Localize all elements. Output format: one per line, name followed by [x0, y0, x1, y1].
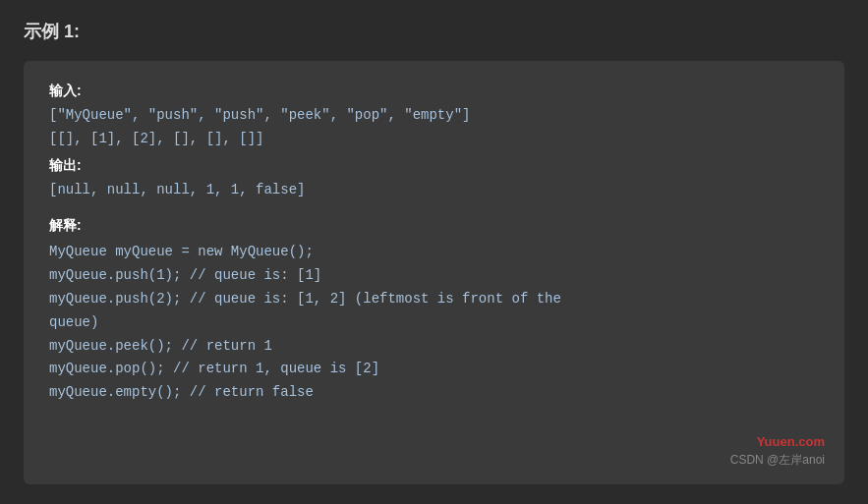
input-line1: ["MyQueue", "push", "push", "peek", "pop… — [49, 104, 819, 128]
watermark: Yuuen.com — [757, 434, 825, 449]
page-title: 示例 1: — [24, 20, 844, 43]
explanation-label: 解释: — [49, 217, 819, 235]
explanation-line6: myQueue.pop(); // return 1, queue is [2] — [49, 358, 819, 381]
csdn-label: CSDN @左岸anoi — [730, 452, 825, 469]
output-line1: [null, null, null, 1, 1, false] — [49, 179, 819, 202]
input-label: 输入: — [49, 83, 819, 100]
explanation-section: 解释: MyQueue myQueue = new MyQueue(); myQ… — [49, 217, 819, 405]
example-box: 输入: ["MyQueue", "push", "push", "peek", … — [24, 61, 844, 484]
explanation-line7: myQueue.empty(); // return false — [49, 381, 819, 405]
output-section: 输出: [null, null, null, 1, 1, false] — [49, 157, 819, 202]
explanation-line5: myQueue.peek(); // return 1 — [49, 335, 819, 359]
explanation-line2: myQueue.push(1); // queue is: [1] — [49, 264, 819, 288]
input-line2: [[], [1], [2], [], [], []] — [49, 128, 819, 151]
explanation-line1: MyQueue myQueue = new MyQueue(); — [49, 241, 819, 264]
output-label: 输出: — [49, 157, 819, 175]
explanation-line3: myQueue.push(2); // queue is: [1, 2] (le… — [49, 288, 819, 311]
explanation-line4: queue) — [49, 311, 819, 335]
input-section: 输入: ["MyQueue", "push", "push", "peek", … — [49, 83, 819, 151]
